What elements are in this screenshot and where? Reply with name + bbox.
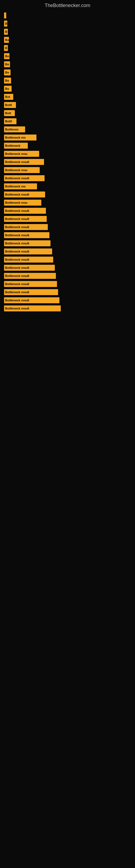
bottleneck-bar: Bottleneck result <box>4 289 58 295</box>
bar-row: Bottl <box>4 102 131 108</box>
bar-row: Bo <box>4 69 131 75</box>
bottleneck-bar: Bott <box>4 110 15 116</box>
bottleneck-bar: Bottleneck result <box>4 191 45 197</box>
bar-row: Bottleneck result <box>4 289 131 295</box>
bottleneck-bar: Bo <box>4 37 9 43</box>
bottleneck-bar: Bottleneck resu <box>4 167 40 173</box>
bar-row: Bo <box>4 61 131 67</box>
bar-row: Bottlenec <box>4 126 131 132</box>
bottleneck-bar: Bottleneck result <box>4 281 57 287</box>
bottleneck-bar: Bottleneck result <box>4 216 47 222</box>
bottleneck-bar: B <box>4 45 8 51</box>
bar-row: Bottleneck result <box>4 208 131 214</box>
bottleneck-bar: Bottleneck result <box>4 297 59 303</box>
bar-row: Bottleneck result <box>4 297 131 303</box>
bar-row: Bottleneck result <box>4 232 131 238</box>
bottleneck-bar: Bo <box>4 69 10 75</box>
bottleneck-bar: Bottleneck result <box>4 265 55 271</box>
bottleneck-bar: Bottleneck result <box>4 224 48 230</box>
bar-row: Bottleneck result <box>4 191 131 197</box>
bar-row: Bottleneck result <box>4 216 131 222</box>
bottleneck-bar: Bottleneck <box>4 143 28 149</box>
bar-row: Bottleneck res <box>4 183 131 189</box>
bottleneck-bar: Bottleneck result <box>4 159 44 165</box>
bar-row: Bottleneck result <box>4 175 131 181</box>
bottleneck-bar: B <box>4 29 8 35</box>
bottleneck-bar: Bottleneck result <box>4 208 46 214</box>
site-title-container: TheBottlenecker.com <box>0 0 135 10</box>
bar-row: Bottl <box>4 118 131 124</box>
bottleneck-bar: Bottlenec <box>4 126 25 132</box>
bottleneck-bar: Bo <box>4 61 10 67</box>
bottleneck-bar <box>4 12 6 19</box>
site-title: TheBottlenecker.com <box>0 0 135 10</box>
bottleneck-bar: Bottleneck resu <box>4 199 41 206</box>
bar-row: Bottleneck result <box>4 224 131 230</box>
bar-row: B <box>4 29 131 35</box>
bottleneck-bar: Bottleneck result <box>4 273 56 279</box>
bottleneck-bar: Bot <box>4 94 13 100</box>
bar-row: Bo <box>4 86 131 92</box>
bar-row: Bottleneck resu <box>4 151 131 157</box>
bar-row: B <box>4 45 131 51</box>
bottleneck-bar: Bottleneck result <box>4 232 49 238</box>
bar-row: Bottleneck result <box>4 240 131 246</box>
bottleneck-bar: Bo <box>4 53 9 59</box>
bar-row: Bottleneck resu <box>4 167 131 173</box>
bottleneck-bar: Bottl <box>4 118 16 124</box>
bottleneck-bar: Bottleneck res <box>4 134 37 141</box>
bottleneck-bar: Bo <box>4 78 11 84</box>
bar-row: Bottleneck result <box>4 265 131 271</box>
bottleneck-bar: Bottleneck res <box>4 183 37 189</box>
bar-row: Bo <box>4 78 131 84</box>
bottleneck-bar: Bottleneck result <box>4 240 50 246</box>
bottleneck-bar: Bottleneck result <box>4 305 61 311</box>
bar-row: Bottleneck res <box>4 134 131 141</box>
bottleneck-bar: Bottl <box>4 102 16 108</box>
bar-row: Bottleneck result <box>4 257 131 262</box>
bar-row: Bottleneck result <box>4 305 131 311</box>
bar-row: Bottleneck result <box>4 159 131 165</box>
bar-row: Bottleneck result <box>4 273 131 279</box>
bar-row: B <box>4 21 131 27</box>
bottleneck-bar: Bottleneck resu <box>4 151 39 157</box>
bar-row: Bot <box>4 94 131 100</box>
bar-row: Bottleneck result <box>4 248 131 254</box>
bottleneck-bar: Bo <box>4 86 12 92</box>
bar-row: Bo <box>4 37 131 43</box>
bottleneck-bar: B <box>4 21 7 27</box>
bars-container: BBBoBBoBoBoBoBoBotBottlBottBottlBottlene… <box>0 10 135 316</box>
bar-row: Bottleneck result <box>4 281 131 287</box>
bottleneck-bar: Bottleneck result <box>4 248 52 254</box>
bar-row: Bott <box>4 110 131 116</box>
bar-row: Bo <box>4 53 131 59</box>
bar-row <box>4 12 131 19</box>
bar-row: Bottleneck resu <box>4 199 131 206</box>
bottleneck-bar: Bottleneck result <box>4 257 53 262</box>
bar-row: Bottleneck <box>4 143 131 149</box>
bottleneck-bar: Bottleneck result <box>4 175 45 181</box>
